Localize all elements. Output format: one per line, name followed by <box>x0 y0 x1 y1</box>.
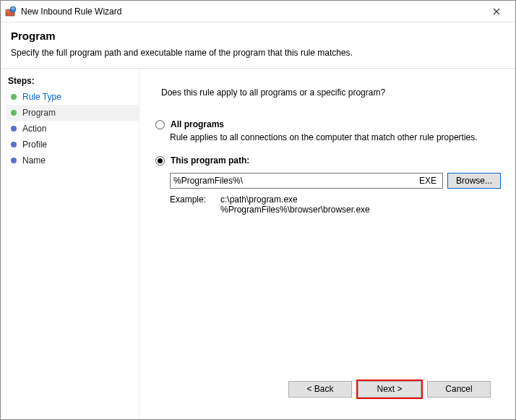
page-title: Program <box>11 30 505 42</box>
step-bullet-icon <box>11 142 17 147</box>
program-path-input[interactable]: %ProgramFiles%\ EXE <box>170 173 443 189</box>
radio-all-programs-desc: Rule applies to all connections on the c… <box>170 132 501 142</box>
step-bullet-icon <box>11 158 17 163</box>
step-label: Name <box>22 155 46 166</box>
wizard-header: Program Specify the full program path an… <box>1 22 515 68</box>
page-subtitle: Specify the full program path and execut… <box>11 48 505 58</box>
svg-rect-4 <box>7 12 10 14</box>
step-name[interactable]: Name <box>7 153 139 168</box>
next-button-label: Next > <box>377 384 402 394</box>
next-button[interactable]: Next > <box>358 381 421 398</box>
step-label: Rule Type <box>22 92 61 102</box>
option-program-path-row: This program path: <box>155 155 501 166</box>
program-path-row: %ProgramFiles%\ EXE Browse... <box>170 173 501 189</box>
step-action[interactable]: Action <box>7 121 139 137</box>
wizard-body: Steps: Rule Type Program Action Profile … <box>1 68 515 419</box>
steps-heading: Steps: <box>8 76 139 86</box>
cancel-button-label: Cancel <box>445 384 472 394</box>
step-label: Program <box>22 108 56 118</box>
back-button[interactable]: < Back <box>288 381 352 398</box>
option-all-programs-row: All programs <box>155 119 501 129</box>
svg-rect-1 <box>6 9 9 12</box>
cancel-button[interactable]: Cancel <box>427 381 491 398</box>
back-button-label: < Back <box>306 384 333 394</box>
example-label: Example: <box>170 194 220 215</box>
step-bullet-icon <box>11 110 17 116</box>
step-bullet-icon <box>11 126 17 132</box>
titlebar: New Inbound Rule Wizard <box>1 1 515 22</box>
radio-all-programs[interactable] <box>155 120 165 129</box>
browse-button-label: Browse... <box>456 176 492 186</box>
close-button[interactable] <box>482 1 511 22</box>
example-paths: c:\path\program.exe %ProgramFiles%\brows… <box>220 194 370 215</box>
step-rule-type[interactable]: Rule Type <box>7 89 139 105</box>
step-profile[interactable]: Profile <box>7 137 139 153</box>
example-block: Example: c:\path\program.exe %ProgramFil… <box>170 194 501 215</box>
step-program[interactable]: Program <box>7 105 139 121</box>
steps-sidebar: Steps: Rule Type Program Action Profile … <box>1 69 139 419</box>
program-path-value: %ProgramFiles%\ <box>173 176 243 186</box>
window-title: New Inbound Rule Wizard <box>21 7 482 17</box>
firewall-icon <box>5 6 17 17</box>
step-label: Action <box>22 124 46 134</box>
question-text: Does this rule apply to all programs or … <box>161 87 501 98</box>
step-bullet-icon <box>11 94 17 100</box>
main-panel: Does this rule apply to all programs or … <box>139 69 515 419</box>
radio-program-path-label: This program path: <box>171 155 249 166</box>
program-path-ext-hint: EXE <box>419 176 439 186</box>
wizard-footer: < Back Next > Cancel <box>154 372 501 406</box>
browse-button[interactable]: Browse... <box>447 173 501 189</box>
radio-all-programs-label: All programs <box>171 119 224 129</box>
step-label: Profile <box>22 140 47 150</box>
radio-program-path[interactable] <box>155 156 165 166</box>
wizard-window: New Inbound Rule Wizard Program Specify … <box>0 0 516 420</box>
